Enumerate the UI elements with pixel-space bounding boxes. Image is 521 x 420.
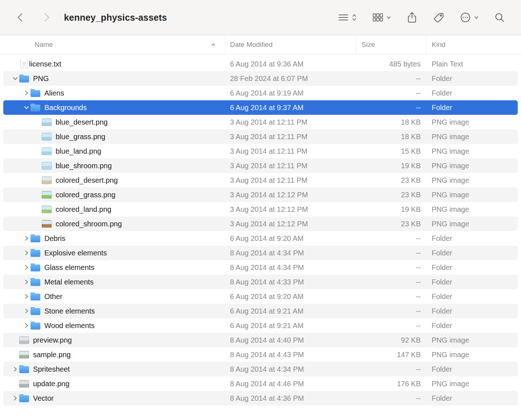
expand-chevron-icon[interactable]	[23, 250, 31, 256]
folder-icon	[31, 323, 40, 330]
kind-value: Folder	[426, 322, 518, 330]
expand-chevron-icon[interactable]	[23, 323, 31, 328]
search-button[interactable]	[494, 12, 505, 23]
kind-value: PNG image	[426, 205, 518, 214]
name-cell: Wood elements	[3, 322, 225, 330]
file-row[interactable]: colored_land.png 3 Aug 2014 at 12:12 PM …	[3, 202, 518, 217]
kind-value: Folder	[426, 234, 518, 243]
png-thumbnail-icon	[42, 177, 52, 184]
size-value: 176 KB	[356, 380, 426, 388]
file-row[interactable]: Metal elements 8 Aug 2014 at 4:33 PM -- …	[3, 275, 518, 289]
file-name: Glass elements	[44, 263, 94, 272]
grid-view-icon	[372, 12, 384, 23]
folder-icon	[31, 279, 40, 286]
date-modified-value: 8 Aug 2014 at 4:34 PM	[225, 249, 356, 257]
group-by-button[interactable]	[338, 12, 357, 23]
expand-chevron-icon[interactable]	[11, 366, 19, 372]
name-cell: colored_land.png	[3, 205, 225, 214]
file-row[interactable]: blue_land.png 3 Aug 2014 at 12:11 PM 15 …	[3, 144, 518, 158]
more-actions-button[interactable]	[460, 12, 479, 23]
file-row[interactable]: update.png 8 Aug 2014 at 4:46 PM 176 KB …	[3, 376, 518, 391]
folder-icon	[31, 308, 40, 315]
file-row[interactable]: sample.png 8 Aug 2014 at 4:43 PM 147 KB …	[3, 347, 518, 362]
file-row[interactable]: colored_grass.png 3 Aug 2014 at 12:12 PM…	[3, 187, 518, 202]
size-value: --	[356, 89, 426, 97]
collapse-chevron-icon[interactable]	[23, 105, 31, 110]
expand-chevron-icon[interactable]	[23, 279, 31, 285]
file-row[interactable]: license.txt 6 Aug 2014 at 9:36 AM 485 by…	[3, 57, 518, 71]
view-options-button[interactable]	[372, 12, 391, 23]
back-button[interactable]	[16, 12, 25, 23]
kind-value: Folder	[426, 307, 518, 315]
file-row[interactable]: Aliens 6 Aug 2014 at 9:19 AM -- Folder	[3, 86, 518, 100]
file-row[interactable]: blue_grass.png 3 Aug 2014 at 12:11 PM 18…	[3, 129, 518, 144]
file-row[interactable]: preview.png 8 Aug 2014 at 4:40 PM 92 KB …	[3, 333, 518, 347]
column-label-kind: Kind	[432, 41, 445, 49]
size-value: 23 KB	[356, 220, 426, 228]
folder-icon	[31, 264, 40, 271]
file-name: Backgrounds	[44, 104, 87, 112]
file-row[interactable]: Wood elements 6 Aug 2014 at 9:21 AM -- F…	[3, 318, 518, 333]
name-cell: blue_land.png	[3, 147, 225, 156]
kind-value: PNG image	[426, 191, 518, 199]
expand-chevron-icon[interactable]	[23, 308, 31, 314]
expand-chevron-icon[interactable]	[23, 235, 31, 241]
kind-value: Folder	[426, 74, 518, 83]
forward-button[interactable]	[42, 12, 51, 23]
file-row[interactable]: Other 6 Aug 2014 at 9:20 AM -- Folder	[3, 289, 518, 304]
expand-chevron-icon[interactable]	[23, 264, 31, 270]
file-row[interactable]: Stone elements 6 Aug 2014 at 9:21 AM -- …	[3, 304, 518, 318]
size-value: --	[356, 263, 426, 272]
file-row[interactable]: Debris 6 Aug 2014 at 9:20 AM -- Folder	[3, 231, 518, 246]
date-modified-value: 8 Aug 2014 at 4:43 PM	[225, 351, 356, 359]
size-value: --	[356, 394, 426, 403]
kind-value: Folder	[426, 249, 518, 257]
date-modified-value: 3 Aug 2014 at 12:12 PM	[225, 191, 356, 199]
file-row[interactable]: PNG 28 Feb 2024 at 6:07 PM -- Folder	[3, 71, 518, 86]
folder-icon	[31, 105, 40, 112]
expand-chevron-icon[interactable]	[23, 294, 31, 299]
tag-icon	[433, 12, 444, 23]
date-modified-value: 28 Feb 2024 at 6:07 PM	[225, 74, 356, 83]
collapse-chevron-icon[interactable]	[11, 76, 19, 81]
name-cell: update.png	[3, 380, 225, 388]
expand-chevron-icon[interactable]	[11, 395, 19, 401]
kind-value: PNG image	[426, 380, 518, 388]
expand-chevron-icon[interactable]	[23, 90, 31, 96]
kind-value: PNG image	[426, 133, 518, 141]
column-header-kind[interactable]: Kind	[426, 35, 521, 54]
file-name: update.png	[33, 380, 69, 388]
column-label-name: Name	[35, 41, 53, 49]
name-cell: Spritesheet	[3, 365, 225, 373]
file-name: Wood elements	[44, 322, 95, 330]
png-thumbnail-icon	[42, 191, 52, 199]
date-modified-value: 8 Aug 2014 at 4:40 PM	[225, 336, 356, 344]
file-name: license.txt	[29, 60, 61, 68]
file-row[interactable]: colored_shroom.png 3 Aug 2014 at 12:12 P…	[3, 217, 518, 231]
column-header-name[interactable]: Name	[0, 35, 225, 54]
file-row[interactable]: Glass elements 8 Aug 2014 at 4:34 PM -- …	[3, 260, 518, 275]
folder-icon	[19, 76, 29, 82]
size-value: 19 KB	[356, 205, 426, 214]
date-modified-value: 8 Aug 2014 at 4:34 PM	[225, 365, 356, 373]
file-name: sample.png	[33, 351, 70, 359]
file-row[interactable]: Vector 8 Aug 2014 at 4:36 PM -- Folder	[3, 391, 518, 405]
tag-button[interactable]	[433, 12, 444, 23]
size-value: --	[356, 307, 426, 315]
kind-value: PNG image	[426, 336, 518, 344]
file-row[interactable]: Spritesheet 8 Aug 2014 at 4:34 PM -- Fol…	[3, 362, 518, 376]
date-modified-value: 3 Aug 2014 at 12:11 PM	[225, 133, 356, 141]
name-cell: blue_shroom.png	[3, 162, 225, 170]
file-row[interactable]: blue_desert.png 3 Aug 2014 at 12:11 PM 1…	[3, 115, 518, 129]
file-row[interactable]: Backgrounds 6 Aug 2014 at 9:37 AM -- Fol…	[3, 100, 518, 115]
date-modified-value: 6 Aug 2014 at 9:20 AM	[225, 292, 356, 301]
folder-icon	[31, 235, 40, 242]
share-button[interactable]	[407, 11, 417, 24]
file-row[interactable]: colored_desert.png 3 Aug 2014 at 12:11 P…	[3, 173, 518, 187]
column-header-size[interactable]: Size	[356, 35, 426, 54]
file-row[interactable]: blue_shroom.png 3 Aug 2014 at 12:11 PM 1…	[3, 158, 518, 173]
file-row[interactable]: Explosive elements 8 Aug 2014 at 4:34 PM…	[3, 246, 518, 260]
column-header-date-modified[interactable]: Date Modified	[225, 35, 356, 54]
png-thumbnail-icon	[19, 380, 29, 388]
sort-ascending-icon	[210, 42, 216, 47]
